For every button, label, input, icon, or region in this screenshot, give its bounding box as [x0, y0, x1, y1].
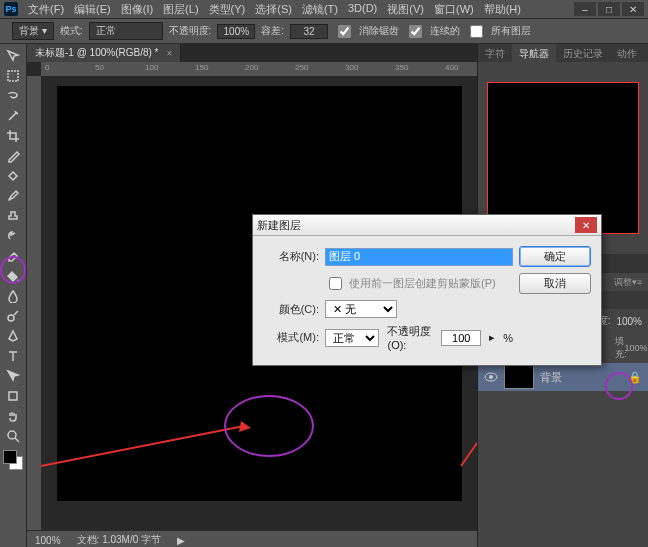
menu-bar: 文件(F) 编辑(E) 图像(I) 图层(L) 类型(Y) 选择(S) 滤镜(T…: [24, 0, 574, 19]
window-minimize[interactable]: –: [574, 2, 596, 16]
heal-tool-icon[interactable]: [2, 166, 24, 186]
layer-opacity-value[interactable]: 100%: [616, 316, 642, 327]
window-maximize[interactable]: □: [598, 2, 620, 16]
marquee-tool-icon[interactable]: [2, 66, 24, 86]
dlg-mode-label: 模式(M):: [263, 330, 319, 345]
stamp-tool-icon[interactable]: [2, 206, 24, 226]
color-label: 颜色(C):: [263, 302, 319, 317]
hand-tool-icon[interactable]: [2, 406, 24, 426]
fill-value[interactable]: 100%: [630, 343, 642, 353]
menu-layer[interactable]: 图层(L): [159, 0, 202, 19]
app-logo: Ps: [4, 2, 18, 16]
zoom-tool-icon[interactable]: [2, 426, 24, 446]
ruler-horizontal: 0 50 100 150 200 250 300 350 400: [41, 62, 477, 76]
menu-filter[interactable]: 滤镜(T): [298, 0, 342, 19]
layer-name[interactable]: 背景: [540, 370, 562, 385]
color-select[interactable]: ✕ 无: [325, 300, 397, 318]
ruler-vertical: [27, 76, 41, 530]
svg-rect-0: [8, 71, 18, 81]
wand-tool-icon[interactable]: [2, 106, 24, 126]
dialog-title: 新建图层: [257, 218, 575, 233]
svg-point-1: [8, 315, 14, 321]
zoom-level[interactable]: 100%: [35, 535, 61, 546]
panel-menu-icon[interactable]: ▾≡: [632, 277, 642, 287]
menu-window[interactable]: 窗口(W): [430, 0, 478, 19]
ok-button[interactable]: 确定: [519, 246, 591, 267]
path-tool-icon[interactable]: [2, 366, 24, 386]
adjustments-label[interactable]: 调整: [614, 276, 632, 289]
tolerance-label: 容差:: [261, 24, 284, 38]
menu-select[interactable]: 选择(S): [251, 0, 296, 19]
eyedropper-tool-icon[interactable]: [2, 146, 24, 166]
dodge-tool-icon[interactable]: [2, 306, 24, 326]
status-bar: 100% 文档: 1.03M/0 字节 ▶: [27, 530, 477, 547]
menu-3d[interactable]: 3D(D): [344, 0, 381, 19]
bucket-tool-icon[interactable]: [2, 266, 24, 286]
new-layer-dialog: 新建图层 ✕ 名称(N): 确定 使用前一图层创建剪贴蒙版(P) 取消 颜色(C…: [252, 214, 602, 366]
menu-view[interactable]: 视图(V): [383, 0, 428, 19]
lock-icon[interactable]: 🔒: [628, 371, 642, 384]
history-brush-icon[interactable]: [2, 226, 24, 246]
menu-help[interactable]: 帮助(H): [480, 0, 525, 19]
color-swatches[interactable]: [3, 450, 23, 470]
name-label: 名称(N):: [263, 249, 319, 264]
name-input[interactable]: [325, 248, 513, 266]
eraser-tool-icon[interactable]: [2, 246, 24, 266]
svg-point-10: [489, 375, 493, 379]
tab-history[interactable]: 历史记录: [556, 44, 610, 62]
menu-image[interactable]: 图像(I): [117, 0, 157, 19]
layer-row-background[interactable]: 背景 🔒: [478, 363, 648, 391]
antialias-label: 消除锯齿: [359, 24, 399, 38]
dialog-close-icon[interactable]: ✕: [575, 217, 597, 233]
menu-type[interactable]: 类型(Y): [205, 0, 250, 19]
layer-thumbnail[interactable]: [504, 365, 534, 389]
document-title: 未标题-1 @ 100%(RGB/8) *: [35, 46, 159, 60]
tools-panel: [0, 44, 27, 547]
document-tab[interactable]: 未标题-1 @ 100%(RGB/8) * ×: [27, 44, 181, 62]
shape-tool-icon[interactable]: [2, 386, 24, 406]
menu-edit[interactable]: 编辑(E): [70, 0, 115, 19]
svg-rect-2: [9, 392, 17, 400]
window-close[interactable]: ✕: [622, 2, 644, 16]
tab-actions[interactable]: 动作: [610, 44, 644, 62]
dlg-opacity-input[interactable]: [441, 330, 481, 346]
opacity-value[interactable]: 100%: [217, 24, 255, 39]
mode-label: 模式:: [60, 24, 83, 38]
alllayers-checkbox[interactable]: [470, 25, 483, 38]
navigator-preview[interactable]: [487, 82, 639, 234]
move-tool-icon[interactable]: [2, 46, 24, 66]
pen-tool-icon[interactable]: [2, 326, 24, 346]
blur-tool-icon[interactable]: [2, 286, 24, 306]
status-chevron-icon[interactable]: ▶: [177, 535, 185, 546]
opacity-label: 不透明度:: [169, 24, 212, 38]
dlg-mode-select[interactable]: 正常: [325, 329, 379, 347]
lasso-tool-icon[interactable]: [2, 86, 24, 106]
svg-point-3: [8, 431, 16, 439]
tab-close-icon[interactable]: ×: [167, 48, 173, 59]
doc-size: 文档: 1.03M/0 字节: [77, 533, 161, 547]
clip-label: 使用前一图层创建剪贴蒙版(P): [349, 276, 496, 291]
contiguous-checkbox[interactable]: [409, 25, 422, 38]
alllayers-label: 所有图层: [491, 24, 531, 38]
dlg-opacity-label: 不透明度(O):: [387, 324, 433, 351]
brush-tool-icon[interactable]: [2, 186, 24, 206]
tab-navigator[interactable]: 导航器: [512, 44, 556, 62]
tolerance-value[interactable]: 32: [290, 24, 328, 39]
mode-select[interactable]: 正常: [89, 22, 163, 40]
cancel-button[interactable]: 取消: [519, 273, 591, 294]
menu-file[interactable]: 文件(F): [24, 0, 68, 19]
clip-checkbox[interactable]: [329, 277, 342, 290]
percent-label: %: [503, 332, 513, 344]
panel-tabs-top: 字符 导航器 历史记录 动作: [478, 44, 648, 62]
visibility-icon[interactable]: [484, 370, 498, 384]
fill-source[interactable]: 背景 ▾: [12, 22, 54, 40]
contiguous-label: 连续的: [430, 24, 460, 38]
antialias-checkbox[interactable]: [338, 25, 351, 38]
type-tool-icon[interactable]: [2, 346, 24, 366]
options-bar: 背景 ▾ 模式: 正常 不透明度: 100% 容差: 32 消除锯齿 连续的 所…: [0, 19, 648, 44]
tab-character[interactable]: 字符: [478, 44, 512, 62]
crop-tool-icon[interactable]: [2, 126, 24, 146]
